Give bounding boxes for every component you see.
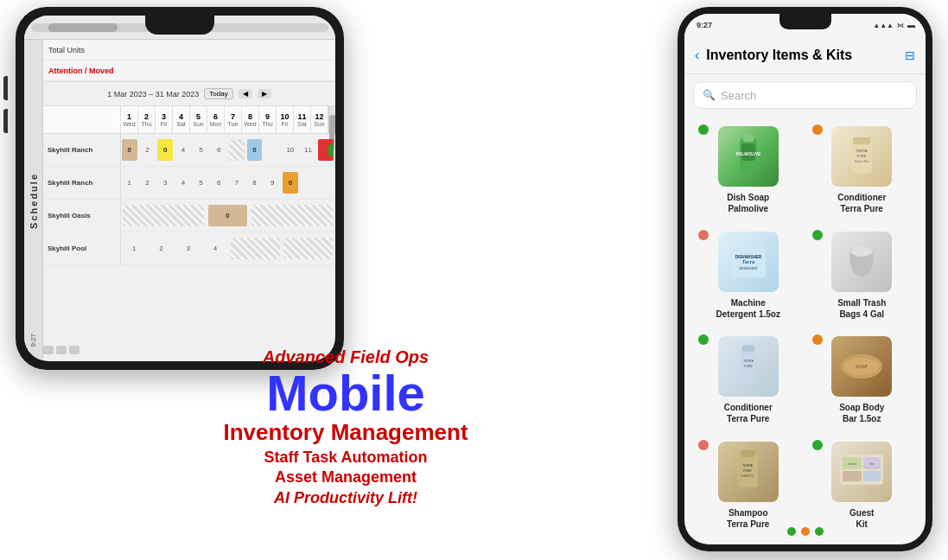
time-label-left: 9:27 (29, 334, 37, 347)
day-col-10: 10Fri (277, 106, 294, 133)
cell-1-1: 0 (121, 134, 139, 166)
item-label-4: Small TrashBags 4 Gal (837, 297, 886, 320)
property-grid-2: 1 2 3 4 5 6 7 8 9 0 (121, 167, 335, 199)
back-button[interactable]: ‹ (695, 48, 699, 63)
item-image-5: TERRA PURE (718, 336, 779, 397)
search-bar[interactable]: 🔍 Search (693, 81, 917, 109)
ctrl-btn-3[interactable] (69, 346, 80, 354)
cell-3-span (121, 200, 207, 232)
list-item[interactable]: PALMOLIVE Dish SoapPalmolive (691, 119, 805, 225)
day-col-9: 9Thu (259, 106, 277, 133)
list-item[interactable]: SOAP Soap BodyBar 1.5oz (805, 329, 919, 435)
volume-up-button[interactable] (3, 76, 8, 100)
ctrl-btn-2[interactable] (56, 346, 67, 354)
green-indicator-1 (328, 144, 334, 156)
cell-4-3: 3 (175, 232, 202, 264)
schedule-body: Schedule Total Units Attention / Moved (24, 40, 335, 361)
ctrl-btn-1[interactable] (43, 346, 54, 354)
table-row[interactable]: Skyhill Oasis 0 (43, 200, 335, 232)
day-col-2: 2Thu (138, 106, 156, 133)
today-button[interactable]: Today (204, 88, 232, 99)
list-item[interactable]: TERRA PURE Green Tea ConditionerTerra Pu… (805, 119, 919, 225)
center-text-area: Advanced Field Ops Mobile Inventory Mana… (173, 346, 519, 508)
mobile-text: Mobile (173, 368, 519, 418)
schedule-main-area: Total Units Attention / Moved 1 Mar 2023… (43, 40, 335, 361)
day-col-6: 6Mon (207, 106, 225, 133)
cell-1-7 (228, 134, 246, 166)
day-col-1: 1Wed (121, 106, 138, 133)
item-image-4 (831, 232, 892, 292)
status-dot-4 (812, 230, 823, 240)
battery-icon: ▬ (907, 21, 915, 29)
scroll-thumb[interactable] (48, 23, 118, 32)
cell-2-11 (300, 167, 318, 199)
detergent-img: DISHWASHER Terra DETERGENT (718, 232, 779, 292)
svg-text:Guest: Guest (849, 462, 856, 466)
cell-1-11: 11 (300, 134, 318, 166)
list-item[interactable]: TERRA PURE ConditionerTerra Pure (691, 329, 805, 435)
filter-button[interactable]: ⊟ (905, 48, 915, 62)
inventory-grid: PALMOLIVE Dish SoapPalmolive TERRA PU (684, 116, 926, 543)
inventory-header: ‹ Inventory Items & Kits ⊟ (684, 36, 926, 74)
svg-rect-16 (742, 345, 754, 352)
cell-4-1: 1 (121, 232, 148, 264)
date-range-text: 1 Mar 2023 – 31 Mar 2023 (107, 90, 199, 99)
property-name-3: Skyhill Oasis (43, 200, 121, 232)
day-col-11: 11Sat (294, 106, 311, 133)
status-dot-8 (812, 440, 823, 450)
item-image-3: DISHWASHER Terra DETERGENT (718, 232, 779, 292)
right-phone: 9:27 ▲▲▲ ⋈ ▬ ‹ Inventory Items & Kits ⊟ … (678, 7, 932, 551)
item-label-2: ConditionerTerra Pure (837, 192, 886, 214)
svg-text:TERRA: TERRA (856, 149, 868, 153)
svg-text:SHAMPOO: SHAMPOO (741, 474, 755, 478)
item-image-8: Guest Kit (831, 442, 892, 502)
advanced-field-ops-text: Advanced Field Ops (263, 347, 429, 366)
cell-2-5: 5 (193, 167, 211, 199)
status-icons: ▲▲▲ ⋈ ▬ (873, 21, 915, 29)
property-grid-1: 0 2 0 4 5 6 0 10 11 (121, 134, 335, 166)
cell-2-12 (317, 167, 335, 199)
day-col-7: 7Tue (225, 106, 242, 133)
table-row[interactable]: Skyhill Pool 1 2 3 4 (43, 232, 335, 265)
attention-label: Attention / Moved (48, 67, 114, 75)
dot-3 (815, 527, 824, 536)
property-grid-4: 1 2 3 4 (121, 232, 335, 264)
soap-bar-img: SOAP (831, 336, 892, 397)
trash-bags-img (831, 232, 892, 292)
cell-2-7: 7 (228, 167, 246, 199)
next-date-button[interactable]: ▶ (258, 89, 271, 99)
search-input[interactable]: Search (721, 89, 907, 102)
svg-text:Terra: Terra (741, 259, 754, 264)
staff-task-text: Staff Task Automation (173, 448, 519, 468)
ai-productivity-text: AI Productivity Lift! (173, 488, 519, 508)
item-label-6: Soap BodyBar 1.5oz (839, 402, 884, 424)
list-item[interactable]: Small TrashBags 4 Gal (805, 225, 919, 330)
cell-1-10: 10 (282, 134, 300, 166)
property-name-4: Skyhill Pool (43, 232, 121, 264)
guest-kit-img: Guest Kit (831, 442, 892, 502)
cell-4-4: 4 (202, 232, 229, 264)
asset-mgmt-text: Asset Management (173, 468, 519, 487)
inv-mgmt-text: Inventory Management (173, 418, 519, 448)
day-col-8: 8Wed (242, 106, 259, 133)
svg-rect-31 (863, 471, 881, 481)
table-row[interactable]: Skyhill Ranch 0 2 0 4 5 6 0 (43, 134, 335, 167)
cell-1-8: 0 (246, 134, 264, 166)
item-image-6: SOAP (831, 336, 892, 397)
cell-2-6: 6 (210, 167, 228, 199)
prev-date-button[interactable]: ◀ (239, 89, 252, 99)
vertical-scrollbar[interactable] (328, 106, 335, 133)
cell-1-4: 4 (175, 134, 193, 166)
list-item[interactable]: DISHWASHER Terra DETERGENT MachineDeterg… (691, 225, 805, 330)
status-dot-5 (698, 334, 709, 345)
volume-down-button[interactable] (3, 109, 8, 133)
table-row[interactable]: Skyhill Ranch 1 2 3 4 5 6 7 8 9 (43, 167, 335, 200)
cell-2-10: 0 (282, 167, 300, 199)
left-phone-screen: Schedule Total Units Attention / Moved (24, 16, 335, 361)
item-label-5: ConditionerTerra Pure (724, 402, 773, 424)
item-image-2: TERRA PURE Green Tea (831, 126, 892, 187)
shampoo-img: TERRA PURE SHAMPOO (718, 442, 779, 502)
inventory-title: Inventory Items & Kits (706, 48, 905, 63)
day-headers: 1Wed 2Thu 3Fri 4Sat 5Sun 6Mon 7Tue 8Wed … (43, 106, 335, 134)
status-dot-7 (698, 440, 709, 450)
